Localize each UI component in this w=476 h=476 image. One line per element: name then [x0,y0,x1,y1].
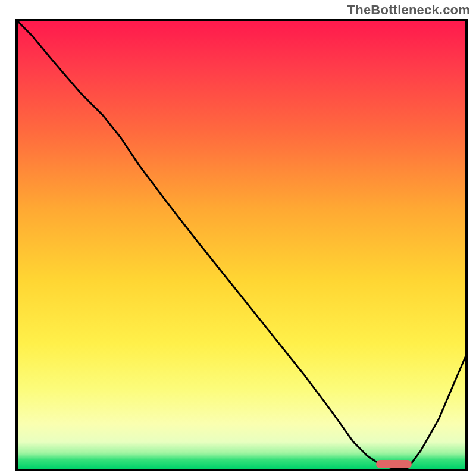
optimal-range-marker [376,460,412,468]
heatmap-gradient [18,21,465,469]
chart-area [15,19,468,471]
watermark-text: TheBottleneck.com [347,2,470,18]
